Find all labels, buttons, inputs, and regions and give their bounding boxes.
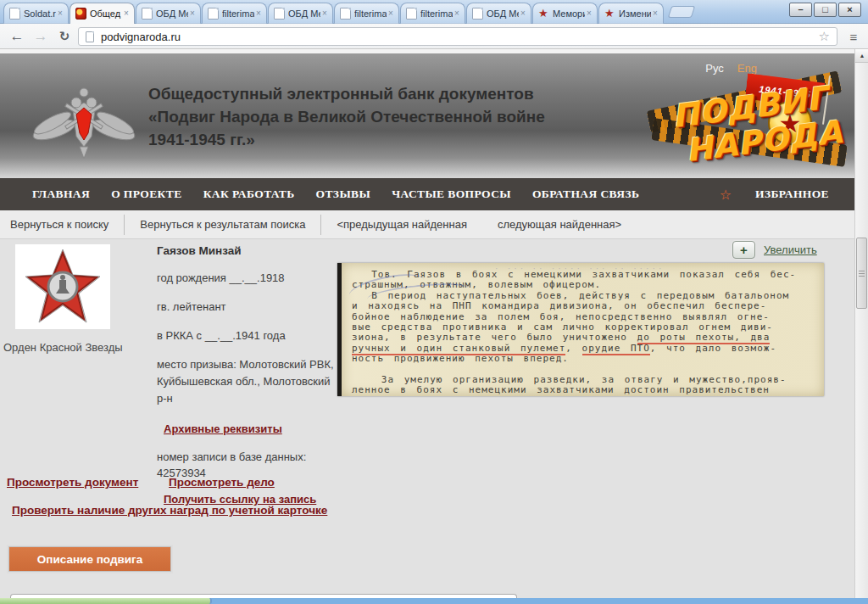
browser-tab[interactable]: Общед×: [70, 3, 135, 24]
browser-tab[interactable]: ОБД Ме×: [466, 3, 531, 24]
browser-tab[interactable]: ОБД Ме×: [268, 3, 333, 24]
tab-close-icon[interactable]: ×: [453, 9, 461, 18]
ministry-eagle-emblem: [29, 77, 139, 172]
page-icon: [9, 8, 20, 20]
window-controls: –□×: [789, 3, 861, 17]
windows-taskbar-edge: [0, 598, 868, 604]
close-button[interactable]: ×: [838, 3, 861, 17]
bookmark-star-icon[interactable]: ☆: [817, 29, 832, 44]
zoom-control: + Увеличить: [732, 241, 817, 259]
zoom-plus-button[interactable]: +: [732, 241, 755, 259]
url-text[interactable]: podvignaroda.ru: [101, 31, 817, 43]
browser-tab[interactable]: filterima×: [202, 3, 267, 24]
tab-close-icon[interactable]: ×: [122, 9, 131, 18]
browser-scrollbar[interactable]: ▲: [854, 49, 868, 598]
tab-close-icon[interactable]: ×: [387, 9, 395, 18]
browser-tab[interactable]: ОБД Ме×: [136, 3, 201, 24]
archive-requisites-link[interactable]: Архивные реквизиты: [164, 422, 282, 435]
tab-label: Общед: [90, 8, 122, 19]
person-name: Гаязов Минзай: [157, 244, 337, 257]
record-subnav: Вернуться к поискуВернуться к результата…: [0, 210, 854, 239]
document-scan-image[interactable]: · ··· ·· ····· ··· ·· ····· Тов. Гаязов …: [337, 263, 824, 396]
browser-window: Soldat.r×Общед×ОБД Ме×filterima×ОБД Ме×f…: [0, 0, 868, 604]
detail-line: место призыва: Молотовский РВК, Куйбышев…: [157, 356, 337, 407]
lang-eng-link[interactable]: Eng: [737, 62, 757, 75]
new-tab-button[interactable]: [668, 6, 696, 18]
award-label: Орден Красной Звезды: [3, 341, 139, 354]
nav-item-отзывы[interactable]: ОТЗЫВЫ: [316, 187, 371, 201]
subnav-item-1[interactable]: Вернуться к результатам поиска: [125, 218, 320, 231]
podvig-naroda-logo: 1941-1945 ★ ПОДВИГ НАРОДА: [657, 76, 831, 173]
check-other-awards-row: Проверить наличие других наград по учетн…: [12, 504, 327, 517]
reload-button[interactable]: ↻: [54, 26, 75, 47]
page-icon: [472, 8, 483, 20]
page-icon: [86, 31, 94, 42]
nav-item-favorites[interactable]: ИЗБРАННОЕ: [755, 187, 829, 201]
red-star-icon: ★: [538, 8, 549, 20]
award-image-box: [15, 244, 110, 329]
nav-item-главная[interactable]: ГЛАВНАЯ: [32, 187, 90, 201]
view-document-link[interactable]: Просмотреть документ: [7, 476, 138, 489]
site-title-line1: Общедоступный электронный банк документо…: [148, 82, 657, 105]
page-viewport: Общедоступный электронный банк документо…: [0, 49, 854, 598]
zoom-link[interactable]: Увеличить: [764, 243, 817, 256]
order-of-red-star-image: [22, 248, 103, 326]
scan-line: ленное в боях с немецкими захватчиками д…: [352, 385, 819, 395]
feat-description-button[interactable]: Описание подвига: [8, 546, 171, 572]
tab-label: ОБД Ме: [487, 8, 519, 19]
tab-close-icon[interactable]: ×: [188, 9, 197, 18]
scrollbar-up-arrow[interactable]: ▲: [855, 49, 868, 63]
subnav-item-2[interactable]: <предыдущая найденная: [321, 218, 482, 231]
page-icon: [406, 8, 417, 20]
maximize-button[interactable]: □: [814, 3, 837, 17]
nav-item-обратная-связь[interactable]: ОБРАТНАЯ СВЯЗЬ: [532, 187, 639, 201]
site-header: Общедоступный электронный банк документо…: [0, 53, 854, 178]
tab-close-icon[interactable]: ×: [519, 9, 527, 18]
tab-close-icon[interactable]: ×: [320, 9, 329, 18]
language-switcher: РусEng: [705, 62, 757, 75]
tab-label: Мемори: [553, 8, 585, 19]
browser-tab[interactable]: Soldat.r×: [3, 3, 69, 24]
taskbar-start-area[interactable]: [0, 598, 212, 604]
podvig-logo-icon: [75, 8, 86, 20]
site-title: Общедоступный электронный банк документо…: [148, 82, 657, 151]
view-file-link[interactable]: Просмотреть дело: [169, 476, 275, 489]
nav-item-о-проекте[interactable]: О ПРОЕКТЕ: [111, 187, 181, 201]
page-icon: [142, 8, 153, 20]
stamp-ghost-mark: · ··· ·· ····· ··· ·· ·····: [494, 265, 715, 280]
tab-close-icon[interactable]: ×: [56, 9, 64, 18]
check-other-awards-link[interactable]: Проверить наличие других наград по учетн…: [12, 504, 327, 517]
browser-menu-icon[interactable]: ≡: [843, 28, 865, 46]
tab-close-icon[interactable]: ×: [585, 9, 593, 18]
tab-label: Измени: [619, 8, 651, 19]
tab-close-icon[interactable]: ×: [651, 9, 659, 18]
minimize-button[interactable]: –: [789, 3, 812, 17]
lang-rus-link[interactable]: Рус: [705, 62, 724, 75]
favorites-star-icon[interactable]: ☆: [720, 187, 732, 203]
browser-tab[interactable]: ★Измени×: [598, 3, 664, 24]
browser-tab[interactable]: filterima×: [334, 3, 399, 24]
tab-label: Soldat.r: [24, 8, 56, 19]
tab-strip: Soldat.r×Общед×ОБД Ме×filterima×ОБД Ме×f…: [0, 0, 868, 24]
browser-tab[interactable]: filterima×: [400, 3, 465, 24]
tab-label: filterima: [420, 8, 453, 19]
address-bar[interactable]: podvignaroda.ru ☆: [78, 27, 837, 46]
scan-line: ность продвижению пехоты вперед.: [352, 354, 819, 364]
subnav-item-3[interactable]: следующая найденная>: [482, 218, 637, 231]
favorites-zone: ☆ ИЗБРАННОЕ: [720, 178, 829, 210]
forward-button[interactable]: →: [31, 26, 51, 47]
back-button[interactable]: ←: [7, 26, 27, 47]
tab-label: ОБД Ме: [288, 8, 320, 19]
browser-tab[interactable]: ★Мемори×: [532, 3, 598, 24]
nav-item-частые-вопросы[interactable]: ЧАСТЫЕ ВОПРОСЫ: [392, 187, 511, 201]
tab-label: filterima: [222, 8, 254, 19]
detail-lines: год рождения __.__.1918гв. лейтенантв РК…: [157, 270, 337, 407]
subnav-item-0[interactable]: Вернуться к поиску: [0, 218, 124, 231]
db-record-label: номер записи в базе данных:: [157, 449, 337, 465]
page-icon: [208, 8, 219, 20]
tab-list: Soldat.r×Общед×ОБД Ме×filterima×ОБД Ме×f…: [3, 3, 665, 24]
tab-close-icon[interactable]: ×: [254, 9, 263, 18]
scrollbar-thumb[interactable]: [856, 238, 867, 309]
nav-item-как-работать[interactable]: КАК РАБОТАТЬ: [203, 187, 295, 201]
site-title-line2: «Подвиг Народа в Великой Отечественной в…: [148, 105, 657, 128]
